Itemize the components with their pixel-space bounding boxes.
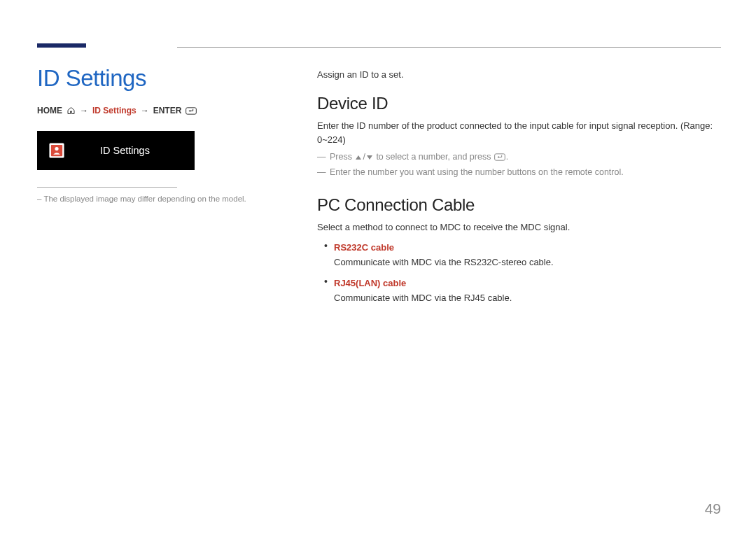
up-icon	[355, 155, 362, 160]
arrow-icon: →	[141, 106, 149, 115]
option-desc: Communicate with MDC via the RJ45 cable.	[334, 291, 721, 305]
list-item: RS232C cable Communicate with MDC via th…	[317, 239, 721, 269]
device-id-note-2: Enter the number you want using the numb…	[330, 165, 721, 180]
page-number: 49	[705, 500, 721, 517]
top-accent-bar	[37, 43, 86, 48]
down-icon	[366, 155, 373, 160]
home-icon	[66, 106, 76, 115]
section-pc-cable-title: PC Connection Cable	[317, 195, 721, 215]
device-id-note-1: Press / to select a number, and press .	[330, 150, 721, 164]
note-text: to select a number, and press	[374, 152, 493, 162]
breadcrumb-current: ID Settings	[92, 106, 136, 115]
breadcrumb-home: HOME	[37, 106, 62, 115]
svg-point-3	[55, 147, 58, 150]
id-tag-icon	[47, 141, 66, 160]
breadcrumb: HOME → ID Settings → ENTER	[37, 106, 289, 115]
section-device-id-title: Device ID	[317, 94, 721, 113]
menu-card: ID Settings	[37, 131, 195, 170]
image-disclaimer: The displayed image may differ depending…	[37, 195, 289, 203]
arrow-icon: →	[80, 106, 88, 115]
menu-card-label: ID Settings	[100, 145, 150, 156]
enter-icon	[186, 107, 197, 115]
page-title: ID Settings	[37, 65, 289, 92]
list-item: RJ45(LAN) cable Communicate with MDC via…	[317, 274, 721, 305]
top-rule	[177, 47, 721, 48]
cable-options-list: RS232C cable Communicate with MDC via th…	[317, 239, 721, 305]
note-text: .	[506, 152, 508, 162]
enter-icon	[494, 153, 505, 161]
intro-text: Assign an ID to a set.	[317, 69, 721, 80]
device-id-desc: Enter the ID number of the product conne…	[317, 119, 721, 147]
divider	[37, 187, 177, 188]
note-text: Press	[330, 152, 354, 162]
breadcrumb-enter: ENTER	[153, 106, 182, 115]
pc-cable-desc: Select a method to connect to MDC to rec…	[317, 220, 721, 234]
option-desc: Communicate with MDC via the RS232C-ster…	[334, 255, 721, 269]
option-label: RS232C cable	[334, 242, 394, 253]
option-label: RJ45(LAN) cable	[334, 278, 406, 288]
